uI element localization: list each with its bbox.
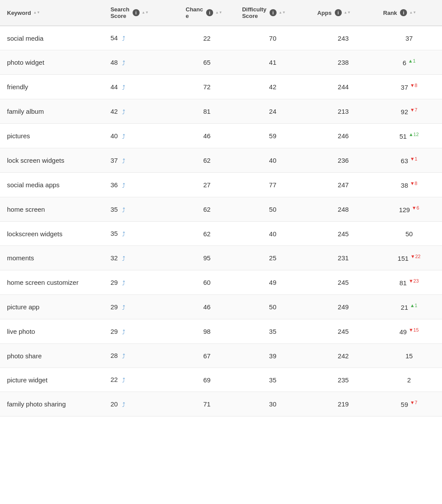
chance-info-icon[interactable]: i	[206, 9, 213, 16]
rank-value: 37	[401, 84, 408, 91]
rank-value: 81	[400, 279, 407, 287]
search-score-cell: 29 ⤴	[103, 270, 179, 295]
apps-value: 213	[338, 108, 349, 115]
keyword-cell: pictures	[0, 124, 103, 148]
search-score-value: 32	[110, 254, 118, 262]
apps-value: 242	[338, 352, 349, 360]
rank-cell: 63 ▼1	[376, 148, 442, 173]
col-header-difficulty[interactable]: DifficultyScore i ▲▼	[235, 0, 310, 26]
apps-value: 219	[338, 400, 349, 408]
table-row: social media54 ⤴227024337	[0, 26, 442, 50]
chance-value: 62	[203, 206, 210, 213]
difficulty-value: 30	[269, 400, 277, 408]
trend-chart-icon[interactable]: ⤴	[122, 60, 125, 66]
trend-chart-icon[interactable]: ⤴	[122, 108, 125, 116]
search-score-value: 54	[110, 34, 118, 42]
trend-chart-icon[interactable]: ⤴	[122, 353, 125, 360]
table-row: friendly44 ⤴724224437 ▼8	[0, 75, 442, 99]
trend-chart-icon[interactable]: ⤴	[122, 206, 125, 214]
rank-delta: ▼1	[410, 156, 417, 161]
trend-chart-icon[interactable]: ⤴	[122, 329, 125, 336]
difficulty-value: 50	[269, 303, 277, 311]
keyword-table: Keyword ▲▼ SearchScore i ▲▼ Chance i	[0, 0, 442, 416]
search-score-value: 29	[110, 328, 118, 335]
chance-value: 95	[203, 254, 210, 262]
rank-cell: 21 ▲1	[376, 295, 442, 319]
table-row: pictures40 ⤴465924651 ▲12	[0, 124, 442, 148]
apps-sort-icon[interactable]: ▲▼	[344, 11, 351, 15]
chance-value: 46	[203, 303, 210, 311]
rank-sort-icon[interactable]: ▲▼	[409, 11, 416, 15]
chance-cell: 62	[179, 197, 235, 222]
chance-sort-icon[interactable]: ▲▼	[215, 11, 222, 15]
rank-info-icon[interactable]: i	[400, 9, 407, 16]
search-score-value: 40	[110, 132, 118, 140]
difficulty-cell: 77	[235, 173, 310, 197]
trend-chart-icon[interactable]: ⤴	[122, 158, 125, 164]
difficulty-cell: 30	[235, 392, 310, 416]
col-header-apps[interactable]: Apps i ▲▼	[310, 0, 376, 26]
table-row: family photo sharing20 ⤴713021959 ▼7	[0, 392, 442, 416]
col-keyword-label: Keyword	[7, 10, 31, 16]
difficulty-value: 41	[269, 59, 277, 66]
trend-chart-icon[interactable]: ⤴	[122, 280, 125, 287]
search-score-value: 29	[110, 303, 118, 311]
col-header-rank[interactable]: Rank i ▲▼	[376, 0, 442, 26]
chance-cell: 60	[179, 270, 235, 295]
difficulty-info-icon[interactable]: i	[270, 9, 277, 16]
keyword-cell: live photo	[0, 319, 103, 344]
chance-value: 98	[203, 328, 210, 335]
trend-chart-icon[interactable]: ⤴	[122, 377, 125, 384]
apps-cell: 246	[310, 124, 376, 148]
apps-value: 245	[338, 328, 349, 335]
col-header-search-score[interactable]: SearchScore i ▲▼	[103, 0, 179, 26]
search-score-info-icon[interactable]: i	[133, 9, 140, 16]
rank-cell: 59 ▼7	[376, 392, 442, 416]
apps-value: 243	[338, 35, 349, 42]
col-difficulty-label: DifficultyScore	[242, 6, 267, 19]
table-row: lock screen widgets37 ⤴624023663 ▼1	[0, 148, 442, 173]
trend-chart-icon[interactable]: ⤴	[122, 401, 125, 408]
rank-cell: 37	[376, 26, 442, 50]
difficulty-cell: 35	[235, 319, 310, 344]
apps-value: 247	[338, 181, 349, 189]
chance-cell: 71	[179, 392, 235, 416]
trend-chart-icon[interactable]: ⤴	[122, 182, 125, 189]
rank-delta: ▲1	[408, 58, 416, 63]
search-score-cell: 35 ⤴	[103, 222, 179, 246]
rank-value: 151	[398, 255, 409, 262]
keyword-sort-icon[interactable]: ▲▼	[33, 11, 40, 15]
search-score-cell: 28 ⤴	[103, 344, 179, 368]
keyword-cell: social media apps	[0, 173, 103, 197]
rank-value: 37	[405, 35, 413, 42]
keyword-cell: home screen customizer	[0, 270, 103, 295]
search-score-cell: 32 ⤴	[103, 246, 179, 270]
search-score-value: 28	[110, 352, 118, 359]
trend-chart-icon[interactable]: ⤴	[122, 133, 125, 140]
trend-chart-icon[interactable]: ⤴	[122, 231, 125, 238]
search-sort-icon[interactable]: ▲▼	[142, 11, 149, 15]
apps-cell: 245	[310, 319, 376, 344]
table-row: home screen35 ⤴6250248129 ▼6	[0, 197, 442, 222]
difficulty-cell: 49	[235, 270, 310, 295]
col-header-chance[interactable]: Chance i ▲▼	[179, 0, 235, 26]
apps-cell: 247	[310, 173, 376, 197]
search-score-value: 22	[110, 376, 118, 383]
search-score-cell: 36 ⤴	[103, 173, 179, 197]
trend-chart-icon[interactable]: ⤴	[122, 255, 125, 262]
trend-chart-icon[interactable]: ⤴	[122, 84, 125, 91]
apps-cell: 238	[310, 50, 376, 75]
difficulty-cell: 50	[235, 197, 310, 222]
table-header-row: Keyword ▲▼ SearchScore i ▲▼ Chance i	[0, 0, 442, 26]
rank-cell: 51 ▲12	[376, 124, 442, 148]
trend-chart-icon[interactable]: ⤴	[122, 35, 125, 42]
table-row: photo share28 ⤴673924215	[0, 344, 442, 368]
col-header-keyword[interactable]: Keyword ▲▼	[0, 0, 103, 26]
chance-value: 69	[203, 376, 210, 384]
trend-chart-icon[interactable]: ⤴	[122, 304, 125, 311]
difficulty-sort-icon[interactable]: ▲▼	[279, 11, 286, 15]
apps-value: 249	[338, 303, 349, 311]
apps-cell: 235	[310, 368, 376, 392]
difficulty-value: 35	[269, 376, 277, 384]
apps-info-icon[interactable]: i	[335, 9, 342, 16]
